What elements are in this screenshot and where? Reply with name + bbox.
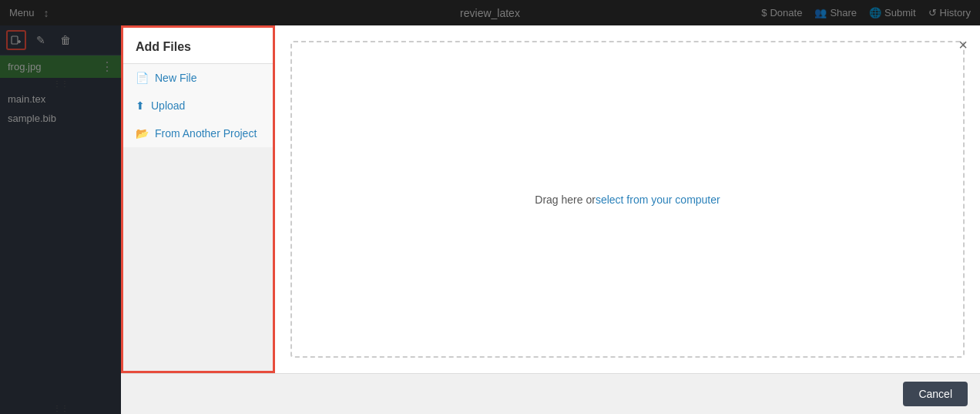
add-files-modal: × Add Files 📄 New File ⬆ Upload 📂 From A…	[121, 25, 980, 414]
from-project-item[interactable]: 📂 From Another Project	[123, 119, 273, 147]
new-file-item[interactable]: 📄 New File	[123, 64, 273, 92]
upload-dropzone[interactable]: Drag here or select from your computer	[290, 41, 965, 358]
modal-left-panel: Add Files 📄 New File ⬆ Upload 📂 From Ano…	[121, 25, 275, 373]
modal-close-button[interactable]: ×	[958, 36, 968, 54]
upload-item[interactable]: ⬆ Upload	[123, 92, 273, 119]
from-project-icon: 📂	[136, 127, 149, 140]
cancel-button[interactable]: Cancel	[903, 382, 968, 406]
from-project-label: From Another Project	[155, 127, 257, 140]
drag-text: Drag here or	[535, 194, 596, 206]
new-file-icon: 📄	[136, 72, 149, 84]
select-from-computer-link[interactable]: select from your computer	[596, 194, 720, 206]
upload-label: Upload	[151, 99, 185, 112]
modal-body: Add Files 📄 New File ⬆ Upload 📂 From Ano…	[121, 25, 980, 373]
new-file-label: New File	[155, 72, 196, 84]
modal-footer: Cancel	[121, 373, 980, 414]
modal-container: × Add Files 📄 New File ⬆ Upload 📂 From A…	[121, 25, 980, 414]
modal-right-panel: Drag here or select from your computer	[275, 25, 980, 373]
upload-icon: ⬆	[136, 99, 145, 112]
modal-title: Add Files	[123, 28, 273, 64]
